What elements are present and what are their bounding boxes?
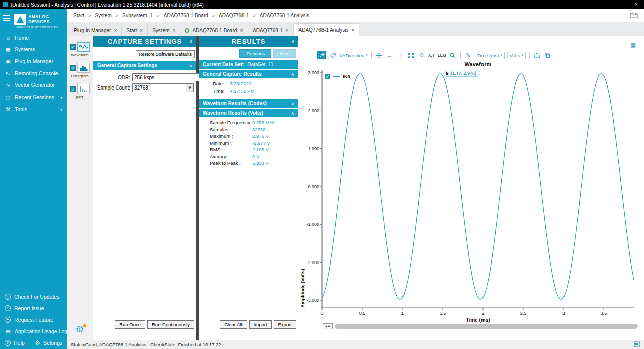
sample-count-select[interactable]: 32768 ▼	[132, 83, 194, 92]
tab-plug-in-manager[interactable]: Plug-in Manager×	[69, 25, 122, 36]
xy-coordinates-button[interactable]: X,Y	[428, 51, 435, 59]
close-icon[interactable]: ×	[351, 27, 354, 33]
previous-dataset-button[interactable]: Previous	[239, 49, 271, 58]
collapse-panel-icon[interactable]: ‹	[292, 36, 295, 47]
export-image-button[interactable]	[533, 51, 541, 59]
sidebar-item-recent-sessions[interactable]: ◷Recent Sessions▾	[0, 91, 67, 103]
section-waveform-results-volts[interactable]: Waveform Results (Volts) ∧	[199, 109, 298, 117]
chevron-down-icon: ▼	[186, 84, 193, 92]
scrollbar-thumb[interactable]	[335, 324, 638, 329]
sidebar-item-settings[interactable]: ⚙ Settings	[35, 339, 62, 346]
odr-input[interactable]	[132, 73, 203, 81]
section-general-capture-settings[interactable]: General Capture Settings ∧	[93, 61, 196, 70]
result-label: Sample Frequency:	[210, 120, 252, 125]
tab-adaq7768-1-analysis[interactable]: ADAQ7768-1 Analysis×	[294, 23, 360, 36]
analysis-settings-gear-icon[interactable]: ⚙	[75, 325, 84, 334]
chart-properties-icon[interactable]: ≡	[624, 42, 627, 48]
checkbox-checked-icon[interactable]: ✓	[70, 86, 76, 92]
sidebar-item-home[interactable]: ⌂Home	[0, 32, 67, 43]
fit-view-button[interactable]	[407, 51, 415, 59]
tab-label: ADAQ7768-1 Board	[192, 28, 237, 33]
toolstrip-item-fft[interactable]: ✓FFT	[67, 82, 93, 101]
breadcrumb-item-adaq7768-1-board[interactable]: ADAQ7768-1 Board	[163, 13, 209, 18]
breadcrumb-item-start[interactable]: Start	[73, 13, 85, 18]
next-dataset-button[interactable]: Next	[273, 49, 296, 58]
x-tick-label: 3.5	[596, 311, 611, 316]
close-icon[interactable]: ×	[173, 28, 176, 33]
section-waveform-results-codes[interactable]: Waveform Results (Codes) ∨	[199, 99, 298, 108]
toolstrip-item-waveform[interactable]: ✓Waveform	[67, 40, 93, 59]
scrollbar-arrows-button[interactable]: ◄►	[323, 323, 333, 329]
session-folder-icon[interactable]	[630, 12, 638, 19]
close-button[interactable]: ×	[629, 0, 644, 9]
chart-grid-icon[interactable]: ▦	[631, 42, 636, 48]
toolstrip-item-histogram[interactable]: ✓Histogram	[67, 61, 93, 80]
layout-panel-icon[interactable]	[634, 341, 640, 348]
result-value: 5.953 V	[252, 160, 269, 166]
breadcrumb-separator: >	[116, 13, 118, 18]
clear-all-button[interactable]: Clear All	[220, 320, 247, 329]
sidebar-item-label: Request Feature	[14, 317, 53, 323]
collapse-panel-icon[interactable]: ‹	[190, 36, 193, 47]
close-icon[interactable]: ×	[114, 28, 117, 33]
result-label: Minimum :	[210, 140, 252, 146]
annotation-tag-button[interactable]	[329, 51, 337, 59]
sidebar-item-request-feature[interactable]: +Request Feature	[0, 314, 67, 325]
breadcrumb-item-adaq7768-1[interactable]: ADAQ7768-1	[218, 13, 249, 18]
x-unit-select[interactable]: Time (ms) ▾	[475, 52, 505, 59]
result-value: 0.256 MHz	[252, 120, 275, 125]
section-general-capture-results[interactable]: General Capture Results ∧	[199, 70, 298, 78]
sidebar-item-check-for-updates[interactable]: ↓Check For Updates	[0, 291, 67, 302]
sidebar-item-help[interactable]: ? Help	[5, 340, 25, 346]
annotate-pencil-button[interactable]: ✎	[464, 51, 472, 59]
pin-chart-button[interactable]	[317, 51, 326, 59]
close-icon[interactable]: ×	[140, 28, 143, 33]
horizontal-zoom-button[interactable]: ↔	[386, 51, 394, 59]
sidebar-item-systems[interactable]: ▦Systems	[0, 43, 67, 55]
copy-chart-button[interactable]	[544, 51, 552, 59]
breadcrumb-item-adaq7768-1-analysis[interactable]: ADAQ7768-1 Analysis	[259, 13, 310, 18]
result-row: Minimum :-2.977 V	[210, 140, 298, 146]
x-tick-label: 2.5	[516, 311, 531, 316]
sidebar-item-label: Plug-in Manager	[15, 58, 53, 64]
import-button[interactable]: Import	[249, 320, 272, 329]
tab-start[interactable]: Start×	[122, 25, 148, 36]
sidebar-item-tools[interactable]: ⚒Tools▾	[0, 103, 67, 115]
checkbox-checked-icon[interactable]: ✓	[70, 44, 76, 50]
run-once-button[interactable]: Run Once	[115, 320, 145, 329]
hamburger-menu-icon[interactable]	[3, 14, 12, 23]
export-button[interactable]: Export	[274, 320, 296, 329]
minimize-button[interactable]: –	[599, 0, 614, 9]
pan-button[interactable]	[375, 51, 383, 59]
x-tick-label: 1.5	[435, 311, 450, 316]
waveform-plot[interactable]	[322, 73, 634, 308]
zoom-button[interactable]	[449, 51, 457, 59]
result-row: Sample Frequency:0.256 MHz	[210, 120, 298, 125]
tab-system[interactable]: System×	[148, 25, 180, 36]
legend-toggle-button[interactable]: LEG	[437, 51, 446, 59]
breadcrumb: Start>System>Subsystem_1>ADAQ7768-1 Boar…	[67, 9, 644, 22]
sidebar-item-remoting-console[interactable]: >_Remoting Console	[0, 67, 67, 79]
tab-adaq7768-1-board[interactable]: ADAQ7768-1 Board×	[180, 25, 248, 36]
close-icon[interactable]: ×	[240, 28, 243, 33]
tab-adaq7768-1[interactable]: ADAQ7768-1×	[248, 25, 293, 36]
breadcrumb-item-system[interactable]: System	[94, 13, 112, 18]
sidebar-item-vector-generator[interactable]: ∿Vector Generator	[0, 79, 67, 91]
close-icon[interactable]: ×	[286, 28, 289, 33]
restore-defaults-button[interactable]: Restore Software Defaults	[136, 50, 195, 58]
checkbox-checked-icon[interactable]: ✓	[70, 65, 76, 71]
y-unit-select[interactable]: Volts ▾	[507, 52, 526, 59]
sidebar-item-application-usage-logging[interactable]: ▤Application Usage Logging	[0, 325, 67, 337]
result-label: Peak to Peak :	[210, 160, 252, 166]
run-continuously-button[interactable]: Run Continuously	[147, 320, 194, 329]
x-tick-label: 2	[475, 311, 491, 316]
result-row: Maximum :2.976 V	[210, 133, 298, 139]
sidebar-item-plug-in-manager[interactable]: ▣Plug-in Manager	[0, 55, 67, 67]
sidebar-item-report-issue[interactable]: !Report Issue	[0, 302, 67, 314]
vertical-zoom-button[interactable]: ↕	[396, 51, 405, 59]
region-zoom-button[interactable]: Ω	[418, 51, 426, 59]
xy-direction-select[interactable]: XYDirection ▾	[339, 53, 368, 58]
breadcrumb-item-subsystem-1[interactable]: Subsystem_1	[122, 13, 153, 18]
chevron-down-icon: ▾	[366, 53, 368, 57]
maximize-button[interactable]	[614, 0, 629, 9]
